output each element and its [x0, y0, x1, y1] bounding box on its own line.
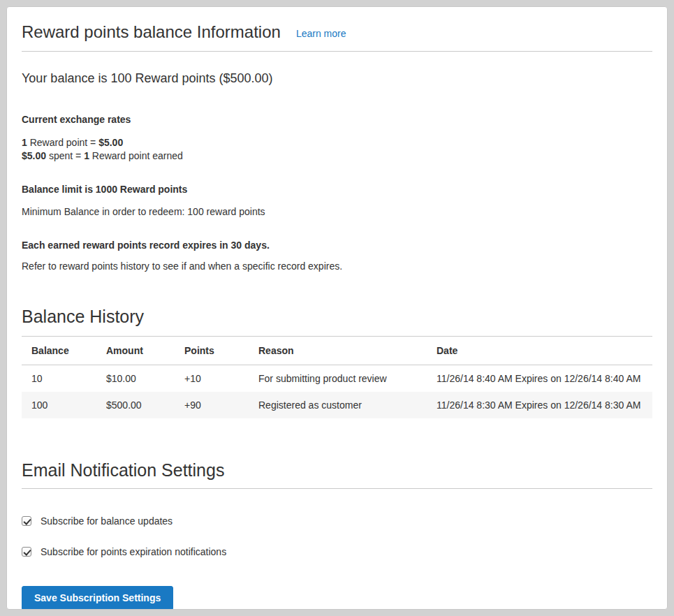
- cell-amount: $10.00: [96, 365, 175, 393]
- rate-bold: $5.00: [98, 137, 123, 148]
- page-title: Reward points balance Information: [22, 22, 281, 42]
- rate-bold: $5.00: [22, 150, 46, 161]
- rate-text: spent =: [46, 150, 84, 161]
- email-settings-divider: [22, 488, 652, 489]
- header-divider: [22, 51, 652, 52]
- cell-reason: Registered as customer: [249, 392, 427, 418]
- table-row: 100 $500.00 +90 Registered as customer 1…: [22, 392, 652, 418]
- cell-date: 11/26/14 8:30 AM Expires on 12/26/14 8:3…: [427, 392, 652, 418]
- expiration-note: Refer to reward points history to see if…: [22, 261, 652, 272]
- expiration-notifications-option: Subscribe for points expiration notifica…: [22, 546, 652, 557]
- balance-summary: Your balance is 100 Reward points ($500.…: [22, 71, 652, 86]
- column-header-reason: Reason: [249, 337, 427, 365]
- balance-updates-checkbox[interactable]: [22, 516, 31, 526]
- save-subscription-settings-button[interactable]: Save Subscription Settings: [22, 586, 173, 610]
- column-header-balance: Balance: [22, 337, 96, 365]
- cell-date: 11/26/14 8:40 AM Expires on 12/26/14 8:4…: [427, 365, 652, 393]
- page-header: Reward points balance Information Learn …: [22, 22, 652, 42]
- table-row: 10 $10.00 +10 For submitting product rev…: [22, 365, 652, 393]
- exchange-rate-line-2: $5.00 spent = 1 Reward point earned: [22, 149, 652, 163]
- reward-info-card: Reward points balance Information Learn …: [6, 6, 668, 610]
- balance-history-heading: Balance History: [22, 307, 652, 327]
- email-settings-heading: Email Notification Settings: [22, 460, 652, 481]
- exchange-rates-heading: Current exchange rates: [22, 114, 652, 125]
- rate-bold: 1: [22, 137, 27, 148]
- balance-updates-option: Subscribe for balance updates: [22, 515, 652, 527]
- rate-bold: 1: [84, 150, 89, 161]
- rate-text: Reward point earned: [89, 150, 183, 161]
- cell-amount: $500.00: [96, 392, 175, 418]
- expiration-notifications-checkbox[interactable]: [22, 547, 31, 557]
- exchange-rates: 1 Reward point = $5.00 $5.00 spent = 1 R…: [22, 136, 652, 163]
- expiration-notice: Each earned reward points record expires…: [22, 240, 652, 251]
- cell-balance: 10: [22, 365, 96, 393]
- cell-reason: For submitting product review: [249, 365, 427, 393]
- balance-updates-label[interactable]: Subscribe for balance updates: [41, 515, 173, 527]
- learn-more-link[interactable]: Learn more: [296, 28, 346, 39]
- column-header-date: Date: [427, 337, 652, 365]
- cell-points: +90: [175, 392, 249, 418]
- cell-balance: 100: [22, 392, 96, 418]
- balance-limit-text: Balance limit is 1000 Reward points: [22, 184, 652, 195]
- exchange-rate-line-1: 1 Reward point = $5.00: [22, 136, 652, 149]
- table-header-row: Balance Amount Points Reason Date: [22, 337, 652, 365]
- min-balance-text: Minimum Balance in order to redeem: 100 …: [22, 206, 652, 217]
- balance-history-table: Balance Amount Points Reason Date 10 $10…: [22, 336, 652, 418]
- column-header-points: Points: [175, 337, 249, 365]
- column-header-amount: Amount: [96, 337, 175, 365]
- cell-points: +10: [175, 365, 249, 393]
- expiration-notifications-label[interactable]: Subscribe for points expiration notifica…: [41, 546, 226, 557]
- rate-text: Reward point =: [27, 137, 98, 148]
